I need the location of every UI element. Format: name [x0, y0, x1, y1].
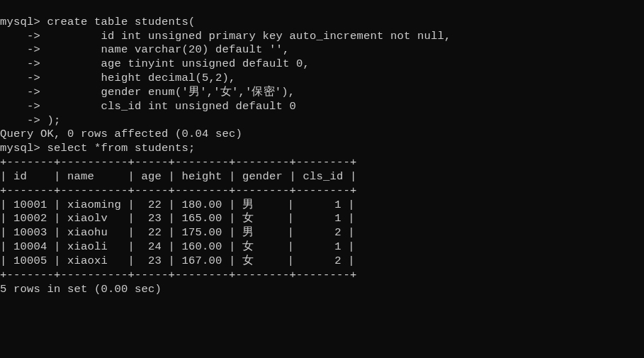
table-row: | 10003 | xiaohu | 22 | 175.00 | 男 | 2 | — [0, 226, 644, 240]
table-header: | id | name | age | height | gender | cl… — [0, 170, 644, 184]
sql-create-line: -> gender enum('男','女','保密'), — [0, 86, 644, 100]
table-row: | 10002 | xiaolv | 23 | 165.00 | 女 | 1 | — [0, 212, 644, 226]
sql-create-line: mysql> create table students( — [0, 16, 644, 30]
table-separator: +-------+----------+-----+--------+-----… — [0, 184, 644, 198]
sql-select-line: mysql> select *from students; — [0, 142, 644, 156]
query-result: 5 rows in set (0.00 sec) — [0, 283, 644, 297]
table-row: | 10001 | xiaoming | 22 | 180.00 | 男 | 1… — [0, 198, 644, 213]
sql-create-line: -> age tinyint unsigned default 0, — [0, 57, 644, 72]
table-separator: +-------+----------+-----+--------+-----… — [0, 269, 644, 283]
table-row: | 10005 | xiaoxi | 23 | 167.00 | 女 | 2 | — [0, 254, 644, 269]
sql-create-line: -> id int unsigned primary key auto_incr… — [0, 30, 644, 44]
table-separator: +-------+----------+-----+--------+-----… — [0, 156, 644, 170]
query-result: Query OK, 0 rows affected (0.04 sec) — [0, 128, 644, 142]
sql-create-line: -> cls_id int unsigned default 0 — [0, 100, 644, 114]
sql-create-line: -> ); — [0, 114, 644, 128]
mysql-terminal[interactable]: mysql> create table students( -> id int … — [0, 16, 644, 297]
sql-create-line: -> name varchar(20) default '', — [0, 43, 644, 57]
table-row: | 10004 | xiaoli | 24 | 160.00 | 女 | 1 | — [0, 240, 644, 254]
sql-create-line: -> height decimal(5,2), — [0, 72, 644, 86]
